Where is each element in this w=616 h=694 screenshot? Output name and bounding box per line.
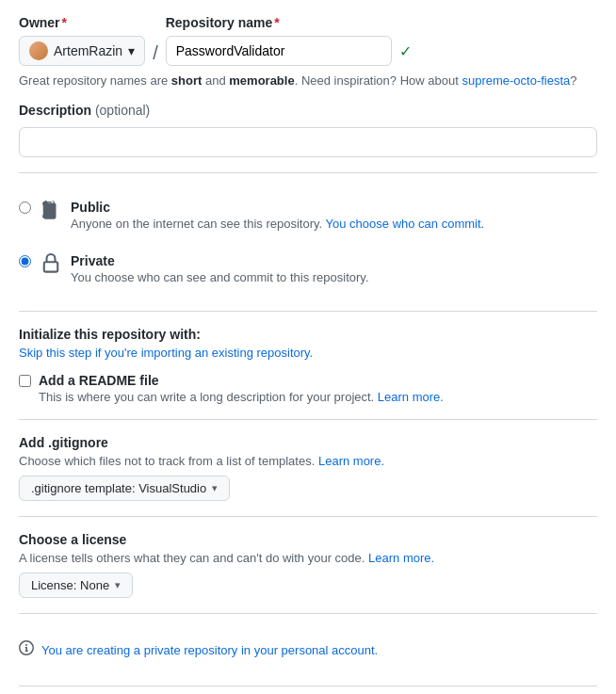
readme-row: Add a README file This is where you can … (19, 373, 597, 404)
info-banner-text: You are creating a private repository in… (41, 643, 378, 657)
public-radio[interactable] (19, 202, 31, 214)
repo-name-suggestion: Great repository names are short and mem… (19, 73, 597, 88)
divider-3 (19, 419, 597, 420)
repo-name-required-star: * (274, 15, 279, 30)
private-option[interactable]: Private You choose who can see and commi… (19, 242, 597, 296)
readme-title: Add a README file (39, 373, 444, 388)
description-section: Description (optional) (19, 103, 597, 157)
gitignore-desc: Choose which files not to track from a l… (19, 454, 597, 468)
gitignore-learn-more[interactable]: Learn more. (318, 454, 384, 468)
readme-desc: This is where you can write a long descr… (39, 390, 444, 404)
owner-label: Owner* (19, 15, 145, 30)
gitignore-dropdown[interactable]: .gitignore template: VisualStudio ▾ (19, 476, 230, 501)
owner-name: ArtemRazin (54, 43, 122, 58)
readme-content: Add a README file This is where you can … (39, 373, 444, 404)
suggestion-link[interactable]: supreme-octo-fiesta (462, 73, 570, 88)
repo-name-label: Repository name* (166, 15, 412, 30)
license-title: Choose a license (19, 532, 597, 547)
owner-dropdown-arrow: ▾ (128, 43, 135, 58)
public-commit-link[interactable]: You choose who can commit. (326, 217, 485, 231)
public-option[interactable]: Public Anyone on the internet can see th… (19, 188, 597, 242)
public-content: Public Anyone on the internet can see th… (71, 200, 484, 231)
license-dropdown-label: License: None (31, 578, 109, 592)
gitignore-dropdown-label: .gitignore template: VisualStudio (31, 481, 206, 495)
readme-checkbox[interactable] (19, 375, 31, 387)
slash-separator: / (153, 42, 158, 66)
description-label: Description (optional) (19, 103, 597, 118)
public-icon (41, 200, 61, 223)
description-input[interactable] (19, 127, 597, 157)
info-icon (19, 640, 34, 659)
private-desc: You choose who can see and commit to thi… (71, 270, 369, 284)
private-radio[interactable] (19, 255, 31, 267)
private-icon (41, 253, 61, 277)
init-skip-link[interactable]: Skip this step if you're importing an ex… (19, 346, 597, 360)
readme-learn-more[interactable]: Learn more. (378, 390, 444, 404)
description-optional: (optional) (95, 103, 150, 118)
avatar (29, 41, 48, 60)
gitignore-title: Add .gitignore (19, 435, 597, 450)
initialize-section: Initialize this repository with: Skip th… (19, 327, 597, 598)
repo-name-input[interactable] (166, 36, 392, 66)
private-title: Private (71, 253, 369, 268)
owner-required-star: * (62, 15, 67, 30)
public-title: Public (71, 200, 484, 215)
divider-4 (19, 516, 597, 517)
divider-1 (19, 172, 597, 173)
info-banner: You are creating a private repository in… (19, 629, 597, 670)
suggestion-bold-memorable: memorable (229, 73, 294, 88)
private-content: Private You choose who can see and commi… (71, 253, 369, 284)
divider-6 (19, 686, 597, 686)
license-dropdown-arrow: ▾ (115, 579, 121, 591)
license-dropdown[interactable]: License: None ▾ (19, 573, 133, 598)
divider-2 (19, 311, 597, 312)
gitignore-dropdown-arrow: ▾ (212, 482, 218, 494)
divider-5 (19, 613, 597, 614)
suggestion-bold-short: short (171, 73, 203, 88)
license-desc: A license tells others what they can and… (19, 551, 597, 565)
gitignore-section: Add .gitignore Choose which files not to… (19, 435, 597, 501)
owner-dropdown[interactable]: ArtemRazin ▾ (19, 36, 145, 66)
valid-checkmark: ✓ (399, 42, 412, 60)
license-learn-more[interactable]: Learn more. (368, 551, 434, 565)
initialize-title: Initialize this repository with: (19, 327, 597, 342)
public-desc: Anyone on the internet can see this repo… (71, 217, 484, 231)
license-section: Choose a license A license tells others … (19, 532, 597, 598)
